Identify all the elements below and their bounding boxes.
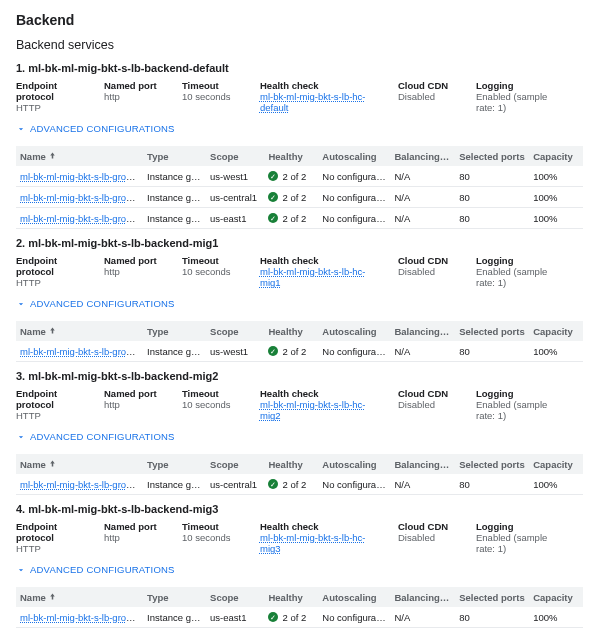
advanced-configurations-toggle[interactable]: ADVANCED CONFIGURATIONS (16, 298, 583, 309)
autoscaling-cell: No configuration (318, 192, 390, 203)
capacity-cell: 100% (529, 213, 583, 224)
health-check-link[interactable]: ml-bk-ml-mig-bkt-s-lb-hc-mig2 (260, 399, 366, 421)
table-header-row: Name Type Scope Healthy Autoscaling Bala… (16, 587, 583, 607)
chevron-down-icon (16, 124, 26, 134)
col-name[interactable]: Name (16, 459, 143, 470)
table-row: ml-bk-ml-mig-bkt-s-lb-group2-mig Instanc… (16, 474, 583, 495)
healthy-check-icon (268, 192, 278, 202)
meta-logging-label: Logging (476, 255, 565, 266)
meta-cdn-value: Disabled (398, 266, 458, 277)
col-autoscaling: Autoscaling (318, 151, 390, 162)
meta-namedport-value: http (104, 91, 164, 102)
meta-endpoint-value: HTTP (16, 102, 86, 113)
autoscaling-cell: No configuration (318, 346, 390, 357)
meta-cdn-value: Disabled (398, 91, 458, 102)
health-check-link[interactable]: ml-bk-ml-mig-bkt-s-lb-hc-mig3 (260, 532, 366, 554)
col-capacity: Capacity (529, 151, 583, 162)
capacity-cell: 100% (529, 171, 583, 182)
col-capacity: Capacity (529, 592, 583, 603)
meta-endpoint-value: HTTP (16, 410, 86, 421)
advanced-configurations-toggle[interactable]: ADVANCED CONFIGURATIONS (16, 123, 583, 134)
instance-group-link[interactable]: ml-bk-ml-mig-bkt-s-lb-group1-mig (20, 171, 143, 182)
col-selected-ports: Selected ports? (455, 151, 529, 162)
advanced-configurations-toggle[interactable]: ADVANCED CONFIGURATIONS (16, 564, 583, 575)
health-check-link[interactable]: ml-bk-ml-mig-bkt-s-lb-hc-default (260, 91, 366, 113)
meta-logging-label: Logging (476, 521, 565, 532)
meta-cdn-label: Cloud CDN (398, 255, 458, 266)
scope-cell: us-west1 (206, 171, 264, 182)
col-scope: Scope (206, 151, 264, 162)
meta-logging-value: Enabled (sample rate: 1) (476, 399, 565, 421)
balancing-cell: N/A (390, 213, 455, 224)
meta-timeout-value: 10 seconds (182, 266, 242, 277)
col-name[interactable]: Name (16, 592, 143, 603)
healthy-cell: 2 of 2 (264, 171, 318, 182)
instance-group-link[interactable]: ml-bk-ml-mig-bkt-s-lb-group2-mig (20, 192, 143, 203)
healthy-check-icon (268, 612, 278, 622)
healthy-check-icon (268, 479, 278, 489)
backends-table: Name Type Scope Healthy Autoscaling Bala… (16, 587, 583, 628)
table-row: ml-bk-ml-mig-bkt-s-lb-group3-mig Instanc… (16, 607, 583, 628)
col-healthy: Healthy (264, 151, 318, 162)
service-title: 1. ml-bk-ml-mig-bkt-s-lb-backend-default (16, 62, 583, 74)
meta-healthcheck-label: Health check (260, 255, 380, 266)
instance-group-link[interactable]: ml-bk-ml-mig-bkt-s-lb-group3-mig (20, 213, 143, 224)
meta-namedport-label: Named port (104, 255, 164, 266)
col-name[interactable]: Name (16, 151, 143, 162)
healthy-cell: 2 of 2 (264, 346, 318, 357)
meta-logging-label: Logging (476, 388, 565, 399)
type-cell: Instance group (143, 346, 206, 357)
instance-group-link[interactable]: ml-bk-ml-mig-bkt-s-lb-group3-mig (20, 612, 143, 623)
service-title: 4. ml-bk-ml-mig-bkt-s-lb-backend-mig3 (16, 503, 583, 515)
ports-cell: 80 (455, 346, 529, 357)
col-healthy: Healthy (264, 459, 318, 470)
col-autoscaling: Autoscaling (318, 459, 390, 470)
healthy-cell: 2 of 2 (264, 479, 318, 490)
table-row: ml-bk-ml-mig-bkt-s-lb-group2-mig Instanc… (16, 187, 583, 208)
chevron-down-icon (16, 432, 26, 442)
balancing-cell: N/A (390, 479, 455, 490)
health-check-link[interactable]: ml-bk-ml-mig-bkt-s-lb-hc-mig1 (260, 266, 366, 288)
healthy-check-icon (268, 171, 278, 181)
instance-group-link[interactable]: ml-bk-ml-mig-bkt-s-lb-group2-mig (20, 479, 143, 490)
scope-cell: us-central1 (206, 479, 264, 490)
ports-cell: 80 (455, 213, 529, 224)
meta-namedport-value: http (104, 399, 164, 410)
meta-healthcheck-label: Health check (260, 388, 380, 399)
col-scope: Scope (206, 326, 264, 337)
sort-ascending-icon (48, 326, 57, 335)
table-row: ml-bk-ml-mig-bkt-s-lb-group3-mig Instanc… (16, 208, 583, 229)
service-meta: Endpoint protocolHTTP Named porthttp Tim… (16, 388, 583, 421)
meta-timeout-label: Timeout (182, 521, 242, 532)
scope-cell: us-east1 (206, 612, 264, 623)
scope-cell: us-west1 (206, 346, 264, 357)
capacity-cell: 100% (529, 479, 583, 490)
instance-group-link[interactable]: ml-bk-ml-mig-bkt-s-lb-group1-mig (20, 346, 143, 357)
type-cell: Instance group (143, 192, 206, 203)
service-meta: Endpoint protocolHTTP Named porthttp Tim… (16, 521, 583, 554)
type-cell: Instance group (143, 213, 206, 224)
meta-cdn-label: Cloud CDN (398, 80, 458, 91)
table-header-row: Name Type Scope Healthy Autoscaling Bala… (16, 321, 583, 341)
service-meta: Endpoint protocolHTTP Named porthttp Tim… (16, 80, 583, 113)
backends-table: Name Type Scope Healthy Autoscaling Bala… (16, 321, 583, 362)
autoscaling-cell: No configuration (318, 479, 390, 490)
meta-endpoint-label: Endpoint protocol (16, 80, 86, 102)
col-healthy: Healthy (264, 326, 318, 337)
advanced-configurations-toggle[interactable]: ADVANCED CONFIGURATIONS (16, 431, 583, 442)
col-balancing-mode: Balancing mode (390, 151, 455, 162)
meta-namedport-label: Named port (104, 80, 164, 91)
type-cell: Instance group (143, 612, 206, 623)
sort-ascending-icon (48, 592, 57, 601)
balancing-cell: N/A (390, 346, 455, 357)
page-heading: Backend (16, 12, 583, 28)
meta-cdn-label: Cloud CDN (398, 388, 458, 399)
col-selected-ports: Selected ports? (455, 326, 529, 337)
healthy-cell: 2 of 2 (264, 213, 318, 224)
col-selected-ports: Selected ports? (455, 459, 529, 470)
meta-endpoint-value: HTTP (16, 277, 86, 288)
col-name[interactable]: Name (16, 326, 143, 337)
meta-logging-value: Enabled (sample rate: 1) (476, 91, 565, 113)
sort-ascending-icon (48, 459, 57, 468)
chevron-down-icon (16, 299, 26, 309)
